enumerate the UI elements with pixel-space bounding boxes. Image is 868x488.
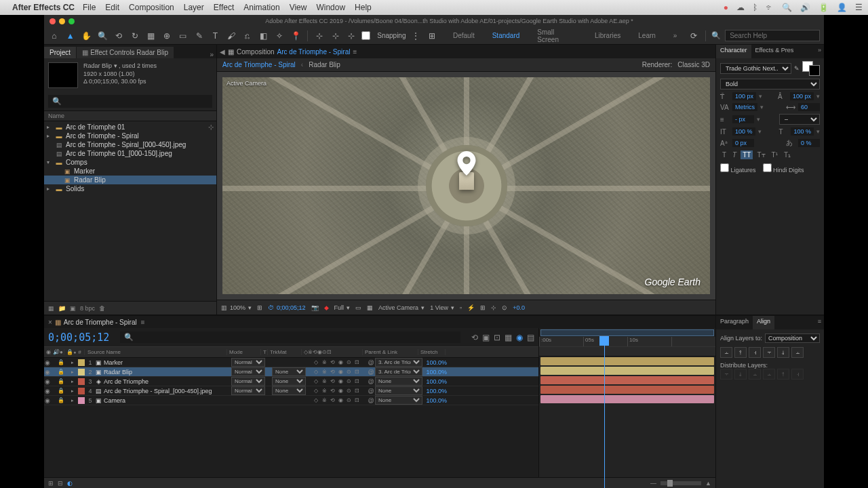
- flowchart-icon[interactable]: ⊹: [491, 304, 496, 311]
- dist-right-button[interactable]: ⫞: [791, 369, 804, 380]
- label-color[interactable]: [78, 359, 85, 366]
- timeline-search-input[interactable]: 🔍: [120, 331, 460, 343]
- renderer-value[interactable]: Classic 3D: [677, 61, 710, 68]
- lock-icon[interactable]: 🔒: [58, 397, 64, 403]
- interpret-icon[interactable]: ▦: [48, 305, 54, 312]
- panel-menu-icon[interactable]: »: [815, 45, 824, 58]
- home-icon[interactable]: ⌂: [48, 30, 60, 42]
- menu-composition[interactable]: Composition: [129, 3, 174, 12]
- parent-dropdown[interactable]: None: [375, 377, 422, 386]
- leading-value[interactable]: 100 px: [790, 92, 814, 100]
- menu-file[interactable]: File: [83, 3, 96, 12]
- tsume-value[interactable]: 0 %: [798, 139, 820, 147]
- clone-tool-icon[interactable]: ⎌: [241, 30, 254, 42]
- superscript-button[interactable]: T¹: [770, 150, 780, 159]
- menu-window[interactable]: Window: [316, 3, 345, 12]
- channel-icon[interactable]: ◆: [324, 304, 329, 311]
- dist-left-button[interactable]: ⫠: [763, 369, 775, 380]
- trkmat-dropdown[interactable]: None: [272, 377, 306, 386]
- pickwhip-icon[interactable]: @: [367, 388, 375, 394]
- align-hcenter-button[interactable]: ⫯: [734, 347, 747, 358]
- twirl-icon[interactable]: ▸: [71, 360, 77, 365]
- timeline-tracks[interactable]: :00s 05s 10s: [539, 328, 715, 477]
- trash-icon[interactable]: 🗑: [99, 305, 105, 312]
- resolution-menu[interactable]: Full ▾: [334, 304, 351, 311]
- preview-time[interactable]: ⏱ 0;00;05;12: [268, 304, 306, 311]
- zoom-slider[interactable]: [660, 481, 701, 485]
- dist-vcenter-button[interactable]: ⫰: [734, 369, 747, 380]
- blend-mode-dropdown[interactable]: Normal: [231, 377, 265, 386]
- snap-grid-icon[interactable]: ⊞: [426, 30, 438, 42]
- draft3d-icon[interactable]: ▣: [482, 333, 490, 342]
- font-family-dropdown[interactable]: Trade Gothic Next...: [720, 63, 791, 74]
- twirl-icon[interactable]: ▸: [71, 398, 77, 403]
- selection-tool-icon[interactable]: ▲: [64, 30, 77, 42]
- visibility-icon[interactable]: ◉: [44, 388, 51, 394]
- zoom-out-icon[interactable]: —: [650, 480, 656, 487]
- roto-tool-icon[interactable]: ✧: [274, 30, 286, 42]
- menu-effect[interactable]: Effect: [214, 3, 234, 12]
- exposure-value[interactable]: +0.0: [513, 304, 525, 311]
- stroke-width-value[interactable]: - px: [732, 115, 754, 123]
- stretch-value[interactable]: 100.0%: [422, 378, 450, 385]
- view-layout-dropdown[interactable]: 1 View ▾: [430, 304, 454, 311]
- world-axis-icon[interactable]: ⊹: [330, 30, 342, 42]
- dist-hcenter-button[interactable]: ⫯: [777, 369, 789, 380]
- blend-mode-dropdown[interactable]: Normal: [231, 358, 265, 367]
- trkmat-dropdown[interactable]: None: [272, 386, 306, 395]
- smallcaps-button[interactable]: Tᴛ: [755, 150, 767, 159]
- snap-edge-icon[interactable]: ⋮: [410, 30, 422, 42]
- workspace-default[interactable]: Default: [446, 32, 481, 39]
- snapping-checkbox[interactable]: [361, 31, 370, 40]
- timeline-tab-name[interactable]: Arc de Triomphe - Spiral: [64, 319, 137, 326]
- breadcrumb-item[interactable]: Radar Blip: [309, 61, 340, 68]
- snapshot-icon[interactable]: 📷: [311, 304, 319, 311]
- timeline-icon[interactable]: ⊞: [480, 304, 486, 311]
- rotate-tool-icon[interactable]: ↻: [129, 30, 141, 42]
- help-search-input[interactable]: [725, 30, 820, 41]
- baseline-value[interactable]: 0 px: [732, 139, 754, 147]
- orbit-tool-icon[interactable]: ⟲: [113, 30, 125, 42]
- view-axis-icon[interactable]: ⊹: [345, 30, 357, 42]
- visibility-icon[interactable]: ◉: [44, 397, 51, 404]
- pickwhip-icon[interactable]: @: [367, 369, 375, 375]
- lock-icon[interactable]: 🔒: [58, 359, 64, 365]
- toggle-pane-icon[interactable]: ◐: [67, 480, 73, 487]
- kerning-value[interactable]: Metrics: [732, 103, 757, 111]
- zoom-window-button[interactable]: [68, 18, 75, 24]
- toggle-switches-icon[interactable]: ⊞: [48, 480, 54, 487]
- user-icon[interactable]: 👤: [837, 3, 847, 12]
- label-color[interactable]: [78, 378, 85, 385]
- layer-name[interactable]: Radar Blip: [102, 369, 231, 375]
- rect-tool-icon[interactable]: ▭: [177, 30, 189, 42]
- cc-icon[interactable]: ☁: [736, 3, 745, 12]
- resolution-dropdown[interactable]: ⊞: [257, 304, 262, 311]
- layer-bar[interactable]: [540, 357, 714, 365]
- faux-italic-button[interactable]: T: [730, 150, 738, 159]
- comp-viewer[interactable]: Active Camera Google Earth: [217, 72, 715, 300]
- blend-mode-dropdown[interactable]: Normal: [231, 386, 265, 395]
- dist-bottom-button[interactable]: ⫠: [749, 369, 761, 380]
- toggle-modes-icon[interactable]: ⊟: [58, 480, 63, 487]
- font-style-dropdown[interactable]: Bold: [720, 79, 820, 89]
- layer-row[interactable]: ◉🔒▸5▣Camera◇※⟲◉⊙⊡@None100.0%: [44, 396, 538, 405]
- pan-behind-tool-icon[interactable]: ⊕: [161, 30, 173, 42]
- layer-name[interactable]: Marker: [102, 359, 231, 366]
- layer-row[interactable]: ◉🔒▸1▣MarkerNormal◇※⟲◉⊙⊡@3. Arc de Trior1…: [44, 358, 538, 367]
- time-ruler[interactable]: :00s 05s 10s: [539, 337, 715, 346]
- layer-list[interactable]: ◉🔒▸1▣MarkerNormal◇※⟲◉⊙⊡@3. Arc de Trior1…: [44, 358, 538, 477]
- font-size-value[interactable]: 100 px: [732, 92, 756, 100]
- lock-icon[interactable]: 🔒: [58, 388, 64, 394]
- stretch-value[interactable]: 100.0%: [422, 388, 450, 394]
- 3d-view-dropdown[interactable]: Active Camera ▾: [378, 304, 425, 311]
- layer-name[interactable]: Arc de Triomphe: [102, 378, 231, 385]
- minimize-window-button[interactable]: [59, 18, 65, 24]
- bpc-toggle[interactable]: 8 bpc: [80, 305, 95, 312]
- menu-layer[interactable]: Layer: [184, 3, 204, 12]
- battery-icon[interactable]: 🔋: [818, 3, 829, 12]
- hand-tool-icon[interactable]: ✋: [81, 30, 93, 42]
- twirl-icon[interactable]: ▸: [71, 369, 77, 375]
- comp-tab-name[interactable]: Arc de Triomphe - Spiral: [277, 48, 351, 56]
- layer-bar[interactable]: [540, 376, 714, 384]
- pickwhip-icon[interactable]: @: [367, 359, 375, 366]
